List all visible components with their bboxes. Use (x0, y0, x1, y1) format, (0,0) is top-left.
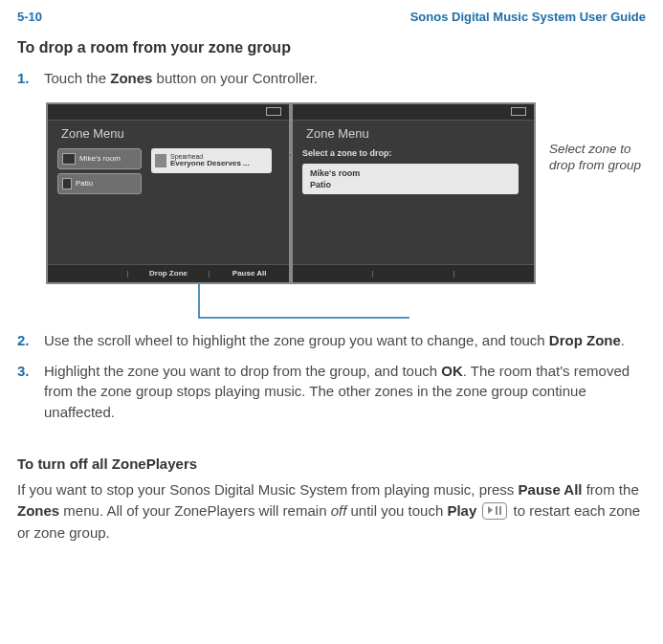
play-label: Play (447, 502, 476, 519)
footer-pause-all: Pause All (210, 269, 289, 278)
drop-option-patio: Patio (310, 179, 511, 190)
pause-all-label: Pause All (519, 481, 583, 498)
screenshot-zone-menu: Zone Menu Mike's room Patio Spearhead Ev… (46, 102, 291, 284)
drop-option-mikes-room: Mike's room (310, 167, 511, 179)
speaker-icon (62, 178, 72, 189)
step-number: 2. (17, 330, 44, 351)
screen-title: Zone Menu (48, 121, 289, 144)
figure-caption: Select zone to drop from group (549, 102, 645, 174)
battery-icon (511, 107, 526, 116)
footer-drop-zone: Drop Zone (129, 269, 209, 278)
book-title: Sonos Digital Music System User Guide (410, 10, 646, 24)
zone-tile-patio: Patio (57, 173, 142, 194)
now-playing-song: Everyone Deserves ... (170, 160, 250, 168)
ok-label: OK (441, 363, 463, 379)
page-number: 5-10 (17, 10, 42, 24)
turn-off-paragraph: If you want to stop your Sonos Digital M… (17, 479, 646, 544)
screenshot-drop-zone: Zone Menu Select a zone to drop: Mike's … (291, 102, 536, 284)
step-text: Highlight the zone you want to drop from… (44, 361, 646, 423)
drop-zone-list: Mike's room Patio (302, 164, 519, 194)
status-bar (293, 104, 534, 121)
play-pause-icon (482, 502, 507, 520)
now-playing-card: Spearhead Everyone Deserves ... (151, 148, 272, 173)
step-3: 3. Highlight the zone you want to drop f… (17, 361, 646, 423)
battery-icon (266, 107, 281, 116)
step-1: 1. Touch the Zones button on your Contro… (17, 68, 646, 89)
screen-body: Mike's room Patio Spearhead Everyone Des… (48, 144, 289, 264)
status-bar (48, 104, 289, 121)
section-title-drop-room: To drop a room from your zone group (17, 39, 646, 56)
step-number: 3. (17, 361, 44, 423)
screen-body: Select a zone to drop: Mike's room Patio (293, 144, 534, 264)
music-note-icon (155, 154, 166, 167)
zones-label: Zones (17, 502, 59, 519)
step-text: Touch the Zones button on your Controlle… (44, 68, 646, 89)
section-title-turn-off: To turn off all ZonePlayers (17, 455, 646, 472)
screen-footer: | Drop Zone | Pause All (48, 264, 289, 282)
screen-title: Zone Menu (293, 121, 534, 144)
page: 5-10 Sonos Digital Music System User Gui… (0, 0, 663, 563)
figure-row: Zone Menu Mike's room Patio Spearhead Ev… (46, 102, 646, 284)
step-text: Use the scroll wheel to highlight the zo… (44, 330, 646, 351)
screen-footer: | | (293, 264, 534, 282)
drop-prompt: Select a zone to drop: (302, 148, 524, 158)
page-header: 5-10 Sonos Digital Music System User Gui… (17, 10, 646, 24)
drop-zone-label: Drop Zone (549, 332, 621, 348)
step-2: 2. Use the scroll wheel to highlight the… (17, 330, 646, 351)
tv-icon (62, 153, 76, 165)
zone-tile-mikes-room: Mike's room (57, 148, 142, 169)
step-number: 1. (17, 68, 44, 89)
off-label: off (331, 502, 347, 519)
zones-label: Zones (110, 70, 152, 86)
